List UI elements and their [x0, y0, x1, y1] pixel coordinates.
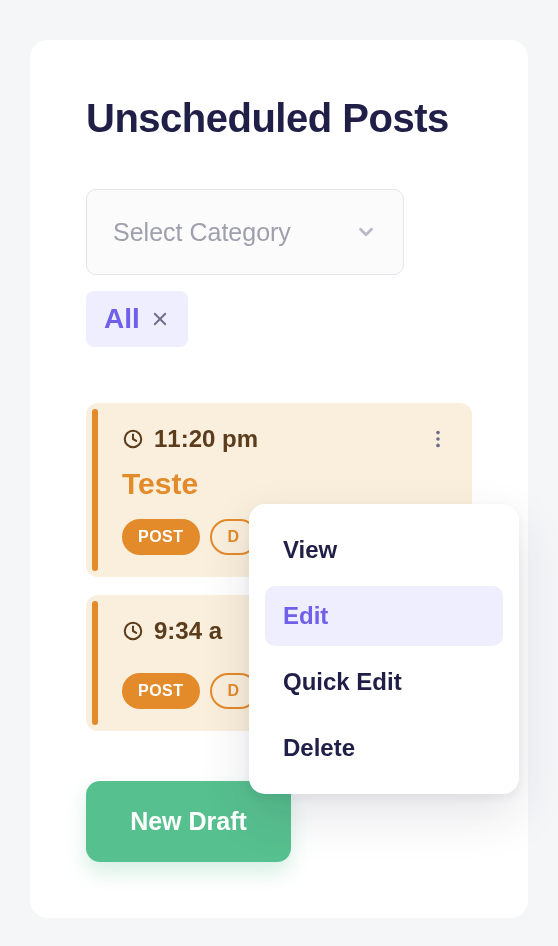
dropdown-item-quick-edit[interactable]: Quick Edit [265, 652, 503, 712]
post-accent-bar [92, 409, 98, 571]
dropdown-item-view[interactable]: View [265, 520, 503, 580]
post-time: 11:20 pm [122, 425, 258, 453]
post-title: Teste [122, 467, 450, 501]
close-icon[interactable] [150, 309, 170, 329]
post-header-row: 11:20 pm [122, 425, 450, 453]
svg-point-4 [436, 437, 440, 441]
page-title: Unscheduled Posts [86, 96, 472, 141]
kebab-menu-icon[interactable] [426, 427, 450, 451]
post-time: 9:34 a [122, 617, 222, 645]
filter-chip-all[interactable]: All [86, 291, 188, 347]
post-accent-bar [92, 601, 98, 725]
post-time-text: 9:34 a [154, 617, 222, 645]
clock-icon [122, 428, 144, 450]
badge-post-type: POST [122, 519, 200, 555]
filter-chip-label: All [104, 303, 140, 335]
clock-icon [122, 620, 144, 642]
category-select[interactable]: Select Category [86, 189, 404, 275]
panel-card: Unscheduled Posts Select Category All 11… [30, 40, 528, 918]
svg-point-5 [436, 444, 440, 448]
dropdown-item-delete[interactable]: Delete [265, 718, 503, 778]
svg-point-3 [436, 431, 440, 435]
dropdown-item-edit[interactable]: Edit [265, 586, 503, 646]
badge-post-type: POST [122, 673, 200, 709]
chevron-down-icon [355, 221, 377, 243]
post-time-text: 11:20 pm [154, 425, 258, 453]
post-actions-dropdown: View Edit Quick Edit Delete [249, 504, 519, 794]
category-select-placeholder: Select Category [113, 218, 291, 247]
